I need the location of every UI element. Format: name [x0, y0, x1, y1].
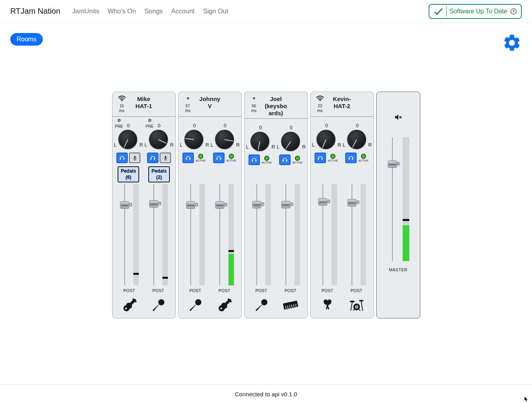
connection-status: Connected to api v0.1.0 [235, 391, 297, 397]
mic-button[interactable] [129, 153, 140, 163]
latency-label: 57ms [182, 104, 193, 113]
nav-whos-on[interactable]: Who's On [108, 7, 136, 15]
fader: 0 [215, 184, 225, 285]
headphone-button[interactable] [249, 155, 260, 165]
mixer-board: 15msMike HAT-1PRE0LRPRE0LRPedals(6)Pedal… [0, 92, 532, 318]
fader-thumb[interactable] [318, 198, 328, 206]
fader-track[interactable] [285, 184, 286, 285]
headphone-button[interactable] [116, 153, 128, 163]
post-label: POST [117, 288, 142, 293]
rooms-button[interactable]: Rooms [10, 33, 43, 46]
meter-peak-tick [162, 277, 168, 279]
control-pair: ACTIVE [213, 153, 237, 163]
pedals-button[interactable]: Pedals(6) [118, 166, 139, 182]
fader-thumb[interactable] [149, 200, 158, 208]
channel-name: Mike HAT-1 [133, 94, 155, 110]
fader-track[interactable] [190, 184, 191, 285]
fader-track[interactable] [256, 184, 257, 285]
fader-thumb[interactable] [282, 201, 291, 208]
fader-thumb[interactable] [348, 199, 357, 206]
gear-icon[interactable] [502, 33, 522, 53]
fader-thumb[interactable] [186, 201, 195, 209]
fader: 0 [347, 184, 357, 285]
pan-knob[interactable] [184, 130, 203, 149]
question-icon[interactable]: ? [510, 8, 517, 15]
control-row [112, 149, 175, 163]
pan-knob[interactable] [317, 130, 335, 149]
instrument-row [311, 294, 374, 318]
nav-links: JamUnits Who's On Songs Account Sign Out [72, 7, 235, 15]
nav-songs[interactable]: Songs [144, 7, 163, 15]
headphone-icon [149, 155, 156, 161]
pedal-row: Pedals(6)Pedals(2) [112, 163, 175, 182]
headphone-button[interactable] [182, 153, 194, 163]
pan-knob[interactable] [149, 130, 168, 149]
headphone-button[interactable] [315, 153, 326, 163]
meter-level-fill [228, 254, 234, 285]
nav-sign-out[interactable]: Sign Out [203, 7, 228, 15]
headphone-button[interactable] [213, 153, 225, 163]
post-label: POST [344, 288, 369, 293]
pre-indicator: PRE [145, 119, 155, 129]
nav-jamunits[interactable]: JamUnits [72, 7, 99, 15]
headphone-button[interactable] [279, 155, 291, 165]
fader-thumb[interactable] [388, 160, 397, 168]
pan-knob[interactable] [281, 132, 300, 151]
pan-knob[interactable] [118, 130, 137, 149]
knob-right-label: R [139, 142, 143, 149]
mic-button[interactable] [160, 153, 171, 163]
knob-left-label: L [145, 142, 147, 149]
master-strip: 0MASTER [376, 92, 420, 318]
fader-track[interactable] [153, 184, 154, 285]
control-pair: ACTIVE [249, 155, 273, 165]
knob-pointer [186, 138, 194, 140]
knob-row: 0LR0LR [311, 117, 374, 149]
fader-track[interactable] [124, 184, 125, 285]
fader-thumb[interactable] [215, 201, 225, 209]
fader-track[interactable] [219, 184, 220, 285]
knob-left-label: L [246, 144, 249, 151]
level-meter [361, 184, 366, 285]
knob-pointer [286, 141, 291, 149]
fader-row: 00 [112, 184, 175, 285]
pan-knob[interactable] [347, 130, 366, 149]
master-mute-icon[interactable] [394, 113, 403, 121]
channel-name: Kevin-HAT-2 [331, 94, 353, 110]
knob-pointer [158, 139, 167, 144]
fader-group: 0 [215, 184, 234, 285]
fader-thumb[interactable] [120, 201, 129, 209]
pan-knob[interactable] [250, 132, 269, 151]
post-label: POST [278, 288, 303, 293]
active-label: ACTIVE [196, 159, 206, 162]
knob-head: PRE0 [114, 120, 143, 130]
knob-group: 0LR [312, 120, 341, 149]
pedals-button[interactable]: Pedals(2) [148, 166, 170, 182]
channel-header: 56msJoel (keysboards) [245, 92, 307, 119]
knob-left-label: L [211, 142, 214, 149]
knob-line: LR [343, 130, 372, 149]
connection: 15ms [116, 95, 127, 113]
headphone-button[interactable] [345, 153, 357, 163]
level-meter [331, 184, 337, 285]
knob-head: 0 [211, 120, 240, 130]
control-row: ACTIVEACTIVE [179, 149, 241, 163]
nav-account[interactable]: Account [171, 7, 195, 15]
connection: 57ms [182, 95, 193, 113]
headphone-button[interactable] [147, 153, 158, 163]
fader-group: 0 [318, 184, 337, 285]
active-dot [229, 154, 234, 159]
software-update-button[interactable]: Software Up To Date ? [429, 4, 522, 19]
fader-thumb[interactable] [252, 201, 261, 208]
knob-line: LR [180, 130, 209, 149]
check-icon [433, 6, 444, 17]
pan-knob[interactable] [215, 130, 234, 149]
knob-head: 0 [277, 121, 306, 132]
knob-value: 0 [277, 121, 306, 131]
knob-pointer [258, 141, 261, 150]
knob-pointer [225, 139, 233, 142]
fader: 0 [120, 184, 130, 285]
fader-track[interactable] [392, 137, 393, 261]
brand[interactable]: RTJam Nation [10, 7, 60, 16]
post-label: POST [146, 288, 171, 293]
post-row: POSTPOST [311, 285, 374, 294]
